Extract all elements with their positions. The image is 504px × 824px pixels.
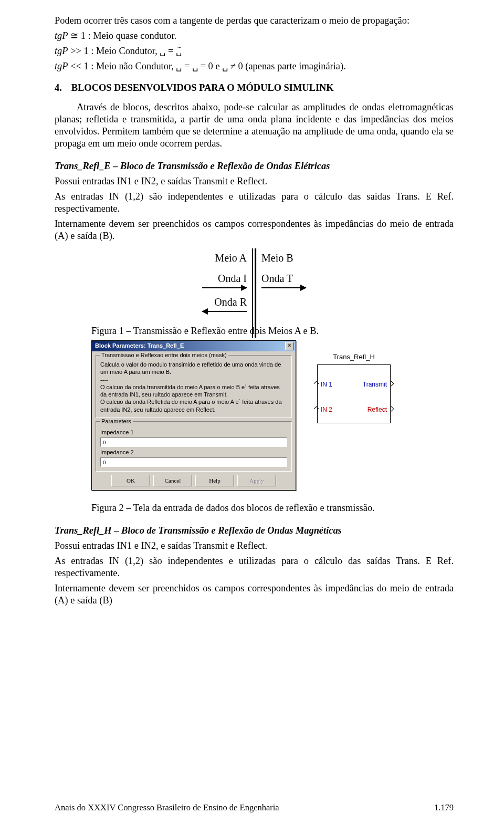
impedance-2-label: Impedance 2 xyxy=(100,449,287,456)
port-out2-label: Reflect xyxy=(368,406,387,414)
tgp-symbol: tgP xyxy=(55,61,68,71)
section-4-heading: 4. BLOCOS DESENVOLVIDOS PARA O MÓDULO SI… xyxy=(55,82,454,94)
port-out1-icon xyxy=(389,381,394,387)
cancel-button[interactable]: Cancel xyxy=(153,475,192,486)
simulink-block-icon: IN 1 IN 2 Transmit Reflect xyxy=(317,364,391,423)
figure-1-caption: Figura 1 – Transmissão e Reflexão entre … xyxy=(91,325,454,337)
parameters-group: Parameters Impedance 1 Impedance 2 xyxy=(96,421,292,472)
trans-refl-h-p3: Internamente devem ser preenchidos os ca… xyxy=(55,582,454,607)
intro-case-3: tgP << 1 : Meio não Condutor, ␣ = ␣ = 0 … xyxy=(55,60,454,72)
arrow-right-icon xyxy=(202,287,247,288)
port-out1-label: Transmit xyxy=(363,381,387,389)
trans-refl-h-title: Trans_Refl_H – Bloco de Transmissão e Re… xyxy=(55,525,342,536)
fig1-meio-b-label: Meio B xyxy=(261,252,293,265)
trans-refl-h-p2: As entradas IN (1,2) são independentes e… xyxy=(55,555,454,579)
arrow-right-icon xyxy=(261,287,306,288)
intro-case-3-text: << 1 : Meio não Condutor, ␣ = ␣ = 0 e ␣ … xyxy=(68,61,346,71)
apply-button[interactable]: Apply xyxy=(237,475,276,486)
fig1-meio-a-label: Meio A xyxy=(215,252,247,265)
trans-refl-e-p2: As entradas IN (1,2) são independentes e… xyxy=(55,191,454,215)
intro-case-1: tgP ≅ 1 : Meio quase condutor. xyxy=(55,30,454,42)
trans-refl-e-p3: Internamente devem ser preenchidos os ca… xyxy=(55,218,454,242)
trans-refl-e-p1: Possui entradas IN1 e IN2, e saídas Tran… xyxy=(55,175,454,187)
impedance-2-input[interactable] xyxy=(100,457,287,467)
port-out2-icon xyxy=(389,406,394,412)
block-parameters-dialog: Block Parameters: Trans_Refl_E × Transmi… xyxy=(91,340,296,491)
help-button[interactable]: Help xyxy=(195,475,234,486)
mask-legend: Transmissao e Reflexao entre dois meios … xyxy=(100,352,228,359)
section-title: BLOCOS DESENVOLVIDOS PARA O MÓDULO SIMUL… xyxy=(71,82,334,94)
section-number: 4. xyxy=(55,82,62,94)
tgp-symbol: tgP xyxy=(55,30,68,41)
intro-case-2-text: >> 1 : Meio Condutor, ␣ = ␣̃ xyxy=(68,46,182,56)
trans-refl-e-heading: Trans_Refl_E – Bloco de Transmissão e Re… xyxy=(55,160,454,172)
port-in1-label: IN 1 xyxy=(321,381,332,389)
mask-description: Calcula o valor do modulo transimido e r… xyxy=(100,361,287,413)
trans-refl-h-p1: Possui entradas IN1 e IN2, e saídas Tran… xyxy=(55,540,454,552)
footer-right: 1.179 xyxy=(434,802,454,813)
figure-2-caption: Figura 2 – Tela da entrada de dados dos … xyxy=(91,502,454,514)
intro-paragraph: Podem ocorrer três casos com a tangente … xyxy=(55,15,454,27)
intro-case-1-text: ≅ 1 : Meio quase condutor. xyxy=(68,30,177,41)
page-footer: Anais do XXXIV Congresso Brasileiro de E… xyxy=(55,802,454,813)
dialog-titlebar: Block Parameters: Trans_Refl_E × xyxy=(92,341,296,351)
figure-2-composite: Block Parameters: Trans_Refl_E × Transmi… xyxy=(91,340,454,491)
close-button[interactable]: × xyxy=(285,342,294,350)
trans-refl-e-title: Trans_Refl_E – Bloco de Transmissão e Re… xyxy=(55,161,330,171)
port-in2-icon xyxy=(314,406,319,412)
dialog-title: Block Parameters: Trans_Refl_E xyxy=(95,342,184,350)
arrow-left-icon xyxy=(202,311,247,312)
mask-description-group: Transmissao e Reflexao entre dois meios … xyxy=(96,355,292,418)
tgp-symbol: tgP xyxy=(55,46,68,56)
section-4-body: Através de blocos, descritos abaixo, pod… xyxy=(55,101,454,150)
simulink-block-preview: Trans_Refl_H IN 1 IN 2 Transmit Reflect xyxy=(317,353,391,423)
fig1-onda-r-label: Onda R xyxy=(214,296,247,309)
ok-button[interactable]: OK xyxy=(111,475,150,486)
trans-refl-h-heading: Trans_Refl_H – Bloco de Transmissão e Re… xyxy=(55,525,454,537)
parameters-legend: Parameters xyxy=(100,418,133,425)
footer-left: Anais do XXXIV Congresso Brasileiro de E… xyxy=(55,802,279,813)
fig1-onda-t-label: Onda T xyxy=(261,272,293,285)
figure-1-diagram: Meio A Onda I Onda R Meio B Onda T xyxy=(55,248,454,320)
impedance-1-input[interactable] xyxy=(100,437,287,447)
intro-case-2: tgP >> 1 : Meio Condutor, ␣ = ␣̃ xyxy=(55,45,454,57)
impedance-1-label: Impedance 1 xyxy=(100,429,287,436)
simulink-block-title: Trans_Refl_H xyxy=(333,353,375,361)
port-in1-icon xyxy=(314,381,319,387)
fig1-onda-i-label: Onda I xyxy=(218,272,247,285)
port-in2-label: IN 2 xyxy=(321,406,332,414)
